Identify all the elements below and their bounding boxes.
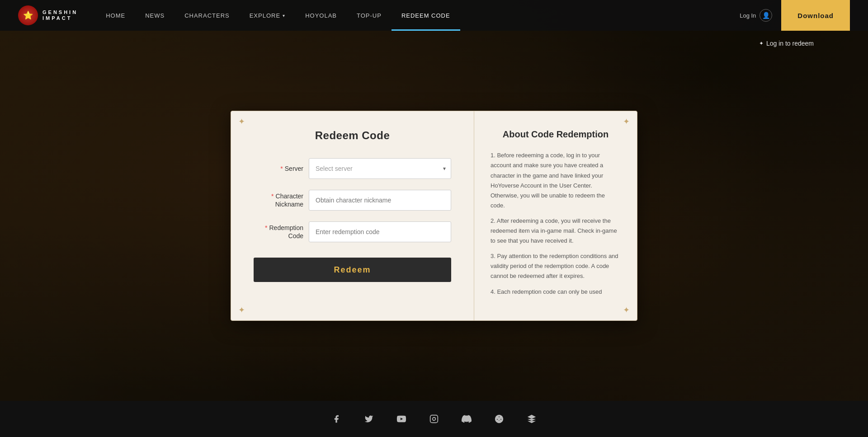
redemption-form-group: *RedemptionCode (254, 221, 451, 242)
nav-news[interactable]: NEWS (135, 0, 175, 31)
character-nickname-input[interactable] (309, 190, 451, 211)
about-text: 1. Before redeeming a code, log in to yo… (491, 150, 621, 296)
nav-characters[interactable]: CHARACTERS (175, 0, 240, 31)
user-icon: 👤 (760, 9, 772, 22)
corner-bl-decoration: ✦ (238, 305, 245, 315)
login-hint[interactable]: Log in to redeem (759, 40, 814, 47)
logo-text: GENSHIN IMPACT (42, 9, 78, 21)
card-left-panel: Redeem Code *Server Select server Americ… (231, 111, 474, 320)
hoyolab-icon[interactable] (524, 411, 540, 427)
nav-redeem-code[interactable]: REDEEM CODE (392, 0, 460, 31)
logo[interactable]: ⭐ GENSHIN IMPACT (18, 5, 78, 25)
twitter-icon[interactable] (361, 411, 377, 427)
server-select[interactable]: Select server America Europe Asia TW/HK/… (309, 158, 451, 179)
nav-right: Log In 👤 Download (740, 0, 850, 31)
character-form-group: *CharacterNickname (254, 190, 451, 211)
redemption-required-star: * (265, 224, 267, 231)
svg-rect-1 (430, 415, 438, 423)
logo-icon: ⭐ (18, 5, 38, 25)
nav-links: HOME NEWS CHARACTERS EXPLORE ▾ HoYoLAB T… (96, 0, 740, 31)
nav-explore[interactable]: EXPLORE ▾ (240, 0, 295, 31)
about-title: About Code Redemption (491, 129, 621, 140)
about-text-1: 1. Before redeeming a code, log in to yo… (491, 150, 621, 211)
card-right-panel: About Code Redemption 1. Before redeemin… (474, 111, 637, 320)
about-text-2: 2. After redeeming a code, you will rece… (491, 216, 621, 246)
character-required-star: * (271, 193, 274, 200)
explore-chevron-icon: ▾ (283, 13, 285, 18)
download-button[interactable]: Download (781, 0, 850, 31)
redeem-button[interactable]: Redeem (254, 258, 451, 282)
redemption-label: *RedemptionCode (254, 224, 303, 240)
youtube-icon[interactable] (393, 411, 410, 427)
redeem-card: ✦ ✦ Redeem Code *Server Select server Am… (231, 111, 637, 320)
footer (0, 401, 868, 437)
nav-topup[interactable]: TOP-UP (347, 0, 392, 31)
reddit-icon[interactable] (491, 411, 507, 427)
server-select-wrapper: Select server America Europe Asia TW/HK/… (309, 158, 451, 179)
discord-icon[interactable] (458, 411, 475, 427)
main-content: Log in to redeem ✦ ✦ Redeem Code *Server… (0, 31, 868, 401)
about-text-3: 3. Pay attention to the redemption condi… (491, 251, 621, 281)
navbar: ⭐ GENSHIN IMPACT HOME NEWS CHARACTERS EX… (0, 0, 868, 31)
server-required-star: * (280, 165, 283, 172)
nav-hoyolab[interactable]: HoYoLAB (295, 0, 347, 31)
character-label: *CharacterNickname (254, 192, 303, 208)
svg-point-3 (495, 415, 503, 423)
redemption-code-input[interactable] (309, 221, 451, 242)
server-label: *Server (254, 164, 303, 173)
facebook-icon[interactable] (328, 411, 344, 427)
about-text-4: 4. Each redemption code can only be used (491, 287, 621, 297)
login-button[interactable]: Log In 👤 (740, 9, 772, 22)
instagram-icon[interactable] (426, 411, 442, 427)
nav-home[interactable]: HOME (96, 0, 135, 31)
server-form-group: *Server Select server America Europe Asi… (254, 158, 451, 179)
card-title: Redeem Code (254, 129, 451, 142)
corner-tr-decoration: ✦ (623, 117, 630, 127)
